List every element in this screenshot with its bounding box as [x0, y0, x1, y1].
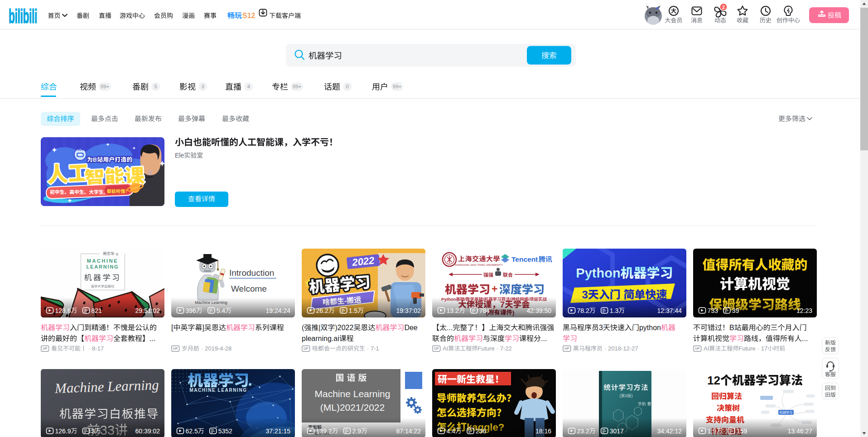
svg-text:...: ...: [541, 335, 547, 342]
svg-text:126.9: 126.9: [55, 427, 71, 435]
svg-text:60:39:02: 60:39:02: [135, 427, 160, 435]
svg-text:Introduction: Introduction: [229, 268, 274, 278]
svg-text:AI: AI: [704, 345, 709, 352]
svg-text:S12: S12: [242, 12, 256, 19]
svg-text:18:16: 18:16: [535, 427, 551, 435]
svg-text:Welcome: Welcome: [231, 284, 267, 293]
svg-text:3017: 3017: [610, 427, 624, 435]
svg-text:3: 3: [202, 84, 204, 89]
svg-text:159: 159: [737, 427, 747, 435]
svg-text:Future: Future: [477, 345, 495, 352]
svg-text:4.4: 4.4: [447, 427, 456, 435]
svg-text:UP: UP: [304, 346, 308, 351]
svg-text:(: (: [620, 394, 621, 398]
svg-text:UP: UP: [564, 346, 569, 351]
svg-text:13.2: 13.2: [447, 307, 459, 314]
svg-text:)2022: )2022: [335, 324, 353, 331]
svg-text:· 7-22: · 7-22: [497, 345, 512, 352]
svg-text:MACHINE LEARNING: MACHINE LEARNING: [189, 388, 247, 393]
svg-text:+: +: [492, 283, 497, 295]
svg-text:99+: 99+: [393, 84, 402, 89]
svg-text:MACHINE: MACHINE: [87, 258, 119, 264]
svg-text:62.5: 62.5: [186, 427, 198, 435]
svg-text:Ele: Ele: [175, 152, 184, 159]
svg-text:AI: AI: [443, 345, 448, 352]
svg-text:): ): [632, 394, 633, 398]
svg-text:...: ...: [149, 335, 155, 342]
svg-text:0: 0: [346, 84, 349, 89]
svg-text:Future: Future: [738, 345, 756, 352]
svg-text:13:46:27: 13:46:27: [788, 427, 813, 435]
svg-text:· 2019-4-28: · 2019-4-28: [201, 345, 231, 352]
svg-text:Tencent: Tencent: [511, 255, 538, 263]
svg-text:821: 821: [92, 307, 102, 314]
svg-text:LEARNING: LEARNING: [87, 264, 119, 269]
svg-text:python: python: [639, 324, 661, 331]
svg-text:UP: UP: [695, 346, 699, 351]
svg-text:12:23: 12:23: [796, 307, 812, 314]
svg-text:Machine Learning: Machine Learning: [315, 389, 391, 399]
svg-text:12: 12: [707, 374, 720, 387]
svg-text:Python: Python: [576, 266, 620, 280]
svg-text:29:51:02: 29:51:02: [135, 307, 160, 314]
svg-text:2: 2: [722, 5, 725, 10]
svg-text:42:39:50: 42:39:50: [527, 307, 552, 314]
svg-text:87:14:22: 87:14:22: [396, 427, 421, 435]
svg-text:1.5: 1.5: [349, 307, 358, 314]
svg-text:1.9: 1.9: [708, 427, 717, 435]
svg-text:· 2018-12-27: · 2018-12-27: [604, 345, 638, 352]
svg-text:|: |: [318, 324, 320, 331]
svg-text:733: 733: [708, 307, 719, 314]
svg-text:19:37:02: 19:37:02: [396, 307, 421, 314]
svg-text:Dee: Dee: [404, 324, 417, 331]
svg-text:2: 2: [625, 394, 627, 398]
svg-text:2.9: 2.9: [352, 427, 362, 435]
svg-text:236: 236: [476, 427, 487, 435]
svg-text:2022: 2022: [351, 255, 375, 268]
svg-text:UP: UP: [43, 346, 47, 351]
svg-text:plearning.ai: plearning.ai: [302, 335, 339, 342]
svg-text:,: ,: [104, 189, 105, 195]
svg-text:...: ...: [802, 335, 808, 342]
svg-text:UP: UP: [173, 346, 178, 351]
svg-text:bilibili: bilibili: [9, 5, 37, 28]
svg-text:SHANGHAI JIAO TONG UNIVERSITY: SHANGHAI JIAO TONG UNIVERSITY: [455, 263, 503, 266]
svg-text:B: B: [729, 324, 734, 331]
svg-text:23.2: 23.2: [577, 427, 589, 435]
svg-text:12:37:44: 12:37:44: [657, 307, 682, 314]
svg-text:784: 784: [479, 307, 490, 314]
svg-text:B: B: [93, 156, 97, 163]
svg-text:4: 4: [247, 84, 251, 89]
svg-text:19:24:24: 19:24:24: [266, 307, 291, 314]
svg-text:(: (: [302, 324, 304, 331]
svg-text:5.4: 5.4: [217, 307, 226, 314]
svg-text:78.2: 78.2: [577, 307, 589, 314]
svg-text:1.3: 1.3: [610, 307, 619, 314]
svg-text:396: 396: [186, 307, 197, 314]
svg-text:3: 3: [599, 324, 603, 331]
svg-text:]: ]: [202, 324, 204, 331]
svg-text:[: [: [171, 324, 174, 331]
svg-text:· 7-1: · 7-1: [367, 345, 379, 352]
svg-text:139.2: 139.2: [316, 427, 332, 435]
svg-text:(ML)2021/2022: (ML)2021/2022: [320, 402, 385, 413]
svg-text:3: 3: [92, 427, 95, 435]
svg-text:5: 5: [154, 84, 157, 89]
svg-text:37:21:15: 37:21:15: [266, 427, 291, 435]
svg-text:5352: 5352: [218, 427, 232, 435]
svg-text:· 8-17: · 8-17: [88, 345, 104, 352]
svg-text:34:42:12: 34:42:12: [657, 427, 682, 435]
svg-text:· 17: · 17: [757, 345, 767, 352]
svg-text:...: ...: [447, 324, 453, 331]
svg-text:26.2: 26.2: [316, 307, 328, 314]
svg-text:39: 39: [732, 307, 739, 314]
svg-text:99+: 99+: [101, 84, 110, 89]
svg-text:128.6: 128.6: [55, 307, 71, 314]
svg-text:UP: UP: [434, 346, 439, 351]
svg-text:99+: 99+: [293, 84, 302, 89]
